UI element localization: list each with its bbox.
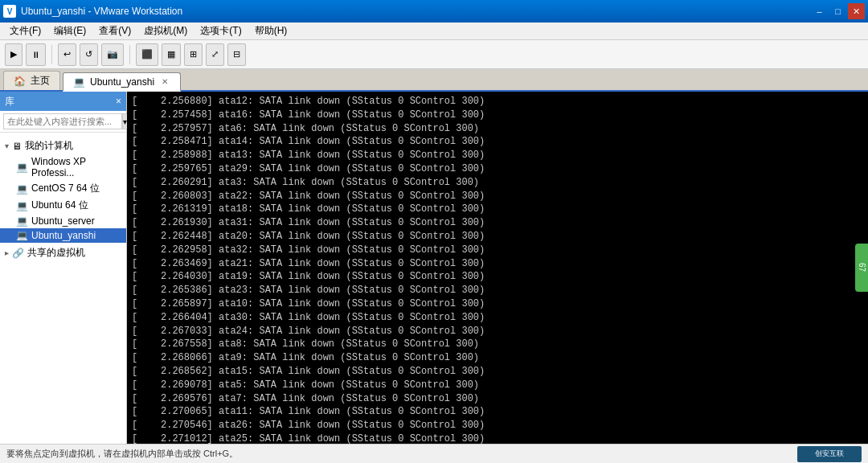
window-controls: – □ ✕ <box>811 3 865 19</box>
sidebar-item-winxp-label: Windows XP Professi... <box>31 156 121 178</box>
tab-ubuntu-yanshi-label: Ubuntu_yanshi <box>90 76 154 88</box>
sidebar-item-winxp[interactable]: 💻 Windows XP Professi... <box>0 154 126 180</box>
toolbar-separator-1 <box>51 45 52 64</box>
sidebar-header: 库 × <box>0 92 126 111</box>
menu-tabs[interactable]: 选项卡(T) <box>194 23 248 39</box>
power-icon: ▶ <box>10 49 17 59</box>
search-box: ▾ <box>0 111 126 133</box>
vm-node-icon: 💻 <box>16 183 28 195</box>
toolbar-power-button[interactable]: ▶ <box>5 43 23 66</box>
refresh-icon: ↺ <box>85 49 92 59</box>
screenshot-icon: 📷 <box>107 49 118 59</box>
window-title: Ubuntu_yanshi - VMware Workstation <box>21 6 811 17</box>
computer-icon: 🖥 <box>12 141 22 152</box>
close-button[interactable]: ✕ <box>848 3 865 19</box>
search-input[interactable] <box>3 113 122 129</box>
vm-node-icon: 💻 <box>16 162 28 173</box>
sidebar-item-ubuntu-server-label: Ubuntu_server <box>31 215 95 227</box>
content-area[interactable]: [ 2.256880] ata12: SATA link down (SStat… <box>127 92 868 444</box>
toolbar: ▶ ⏸ ↩ ↺ 📷 ⬛ ▦ ⊞ ⤢ ⊟ <box>0 40 868 69</box>
toolbar-reset-button[interactable]: ↩ <box>58 43 76 66</box>
shared-vms-section[interactable]: ▸ 🔗 共享的虚拟机 <box>0 244 126 261</box>
view2-icon: ▦ <box>167 49 175 59</box>
fullscreen-icon: ⤢ <box>211 49 219 59</box>
toolbar-view3-button[interactable]: ⊞ <box>184 43 203 66</box>
status-right: 创安互联 <box>797 446 862 462</box>
sidebar-item-ubuntu-server[interactable]: 💻 Ubuntu_server <box>0 214 126 228</box>
minimize-button[interactable]: – <box>811 3 828 19</box>
vm-node-icon: 💻 <box>16 200 28 211</box>
my-computer-section: ▾ 🖥 我的计算机 💻 Windows XP Professi... 💻 Cen… <box>0 136 126 244</box>
sidebar-item-ubuntu64-label: Ubuntu 64 位 <box>31 199 88 212</box>
minimize-view-icon: ⊟ <box>233 49 240 59</box>
toolbar-view1-button[interactable]: ⬛ <box>136 43 158 66</box>
tab-home[interactable]: 🏠 主页 <box>3 71 60 90</box>
toolbar-separator-2 <box>129 45 130 64</box>
tab-bar: 🏠 主页 💻 Ubuntu_yanshi ✕ <box>0 69 868 92</box>
terminal-output: [ 2.256880] ata12: SATA link down (SStat… <box>127 92 868 444</box>
sidebar: 库 × ▾ ▾ 🖥 我的计算机 💻 Windows XP Professi...… <box>0 92 127 444</box>
vm-node-icon: 💻 <box>16 215 28 227</box>
my-computer-label: 我的计算机 <box>25 139 73 153</box>
status-bar: 要将焦点定向到虚拟机，请在虚拟机内部单击或按 Ctrl+G。 创安互联 <box>0 444 868 463</box>
sidebar-item-ubuntu64[interactable]: 💻 Ubuntu 64 位 <box>0 197 126 214</box>
toolbar-pause-button[interactable]: ⏸ <box>26 43 46 66</box>
view3-icon: ⊞ <box>190 49 197 59</box>
title-bar: V Ubuntu_yanshi - VMware Workstation – □… <box>0 0 868 23</box>
shared-label: 共享的虚拟机 <box>27 246 85 260</box>
toolbar-screenshot-button[interactable]: 📷 <box>101 43 124 66</box>
vm-node-icon: 💻 <box>16 230 28 241</box>
pause-icon: ⏸ <box>31 50 40 59</box>
status-message: 要将焦点定向到虚拟机，请在虚拟机内部单击或按 Ctrl+G。 <box>6 448 238 460</box>
vm-icon: 💻 <box>73 76 85 88</box>
sidebar-item-centos7[interactable]: 💻 CentOS 7 64 位 <box>0 180 126 197</box>
sidebar-item-ubuntu-yanshi[interactable]: 💻 Ubuntu_yanshi <box>0 228 126 243</box>
my-computer-header[interactable]: ▾ 🖥 我的计算机 <box>0 137 126 154</box>
menu-edit[interactable]: 编辑(E) <box>47 23 92 39</box>
menu-file[interactable]: 文件(F) <box>3 23 47 39</box>
tab-close-button[interactable]: ✕ <box>159 76 170 87</box>
menu-vm[interactable]: 虚拟机(M) <box>137 23 194 39</box>
brand-logo: 创安互联 <box>797 446 862 462</box>
view1-icon: ⬛ <box>141 49 153 59</box>
home-icon: 🏠 <box>14 76 26 87</box>
tree-area: ▾ 🖥 我的计算机 💻 Windows XP Professi... 💻 Cen… <box>0 133 126 444</box>
menu-view[interactable]: 查看(V) <box>92 23 137 39</box>
app-icon: V <box>3 5 16 18</box>
maximize-button[interactable]: □ <box>829 3 846 19</box>
toolbar-refresh-button[interactable]: ↺ <box>80 43 98 66</box>
sidebar-title: 库 <box>5 95 14 109</box>
toolbar-fullscreen-button[interactable]: ⤢ <box>206 43 224 66</box>
toolbar-view2-button[interactable]: ▦ <box>162 43 181 66</box>
side-panel-toggle[interactable]: 67 <box>855 244 868 292</box>
main-layout: 库 × ▾ ▾ 🖥 我的计算机 💻 Windows XP Professi...… <box>0 92 868 444</box>
expand-arrow-icon: ▾ <box>5 141 9 150</box>
sidebar-item-ubuntu-yanshi-label: Ubuntu_yanshi <box>31 230 96 241</box>
reset-icon: ↩ <box>63 49 71 59</box>
toolbar-minimize-view-button[interactable]: ⊟ <box>227 43 246 66</box>
menu-help[interactable]: 帮助(H) <box>248 23 294 39</box>
shared-expand-icon: ▸ <box>5 248 9 257</box>
shared-icon: 🔗 <box>12 248 24 259</box>
menu-bar: 文件(F) 编辑(E) 查看(V) 虚拟机(M) 选项卡(T) 帮助(H) <box>0 23 868 40</box>
tab-home-label: 主页 <box>31 74 50 88</box>
tab-ubuntu-yanshi[interactable]: 💻 Ubuntu_yanshi ✕ <box>63 72 181 92</box>
sidebar-item-centos7-label: CentOS 7 64 位 <box>31 182 100 195</box>
sidebar-close-button[interactable]: × <box>116 96 121 107</box>
